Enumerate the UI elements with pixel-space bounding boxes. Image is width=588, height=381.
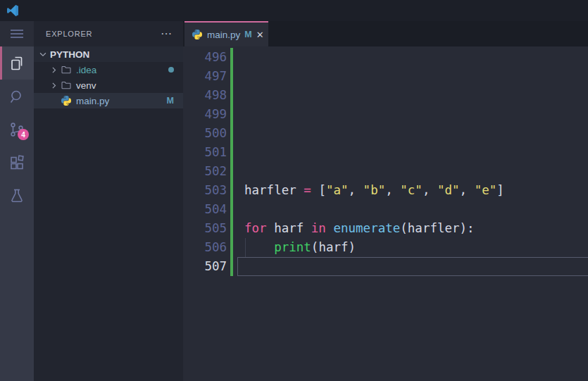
code-text: for harf in enumerate(harfler): xyxy=(227,219,475,238)
title-bar xyxy=(0,0,588,21)
code-text xyxy=(227,162,244,181)
code-line[interactable]: 496 xyxy=(183,48,588,67)
tree-item-venv[interactable]: venv xyxy=(34,77,183,93)
more-actions-icon[interactable]: ⋯ xyxy=(161,30,173,37)
hamburger-icon xyxy=(8,25,25,42)
code-text: harfler = ["a", "b", "c", "d", "e"] xyxy=(227,181,504,200)
explorer-sidebar: EXPLORER ⋯ PYTHON .idea xyxy=(34,21,183,381)
chevron-right-icon xyxy=(48,64,59,75)
code-line[interactable]: 498 xyxy=(183,86,588,105)
code-text xyxy=(227,143,244,162)
code-text xyxy=(227,67,244,86)
tab-label: main.py xyxy=(207,30,240,40)
chevron-down-icon xyxy=(37,49,49,60)
code-editor[interactable]: 496497498499500501502503harfler = ["a", … xyxy=(183,46,588,381)
line-number: 499 xyxy=(183,105,227,124)
activity-bar: 4 xyxy=(0,21,34,381)
folder-icon xyxy=(61,64,72,75)
line-number: 504 xyxy=(183,200,227,219)
vscode-window: 4 xyxy=(0,0,588,381)
tab-bar: main.py M ✕ xyxy=(183,21,588,46)
code-text xyxy=(227,86,244,105)
vscode-logo-icon xyxy=(6,4,19,17)
line-number: 501 xyxy=(183,143,227,162)
extensions-icon xyxy=(8,154,25,171)
modified-dot-badge xyxy=(168,67,174,73)
sidebar-item-search[interactable] xyxy=(0,80,34,113)
search-icon xyxy=(8,88,25,105)
flask-icon xyxy=(8,187,25,204)
tree-item-python-root[interactable]: PYTHON xyxy=(34,46,183,62)
code-line[interactable]: 505for harf in enumerate(harfler): xyxy=(183,219,588,238)
sidebar-item-extensions[interactable] xyxy=(0,146,34,179)
tab-main-py[interactable]: main.py M ✕ xyxy=(184,21,268,46)
code-line[interactable]: 500 xyxy=(183,124,588,143)
line-number: 496 xyxy=(183,48,227,67)
python-file-icon xyxy=(61,95,72,106)
tree-item-main-py[interactable]: main.py M xyxy=(34,93,183,108)
line-number: 505 xyxy=(183,219,227,238)
explorer-title: EXPLORER xyxy=(46,30,92,38)
root-folder-label: PYTHON xyxy=(50,49,89,60)
git-modified-badge: M xyxy=(167,96,174,106)
code-line[interactable]: 507 xyxy=(183,257,588,276)
code-line[interactable]: 503harfler = ["a", "b", "c", "d", "e"] xyxy=(183,181,588,200)
files-icon xyxy=(8,55,25,72)
folder-label: venv xyxy=(76,80,96,91)
code-line[interactable]: 502 xyxy=(183,162,588,181)
line-number: 503 xyxy=(183,181,227,200)
editor-group: main.py M ✕ 496497498499500501502503harf… xyxy=(183,21,588,381)
sidebar-item-source-control[interactable]: 4 xyxy=(0,113,34,146)
code-line[interactable]: 499 xyxy=(183,105,588,124)
sidebar-item-testing[interactable] xyxy=(0,179,34,212)
line-number: 502 xyxy=(183,162,227,181)
line-number: 498 xyxy=(183,86,227,105)
line-number: 500 xyxy=(183,124,227,143)
folder-icon xyxy=(61,80,72,91)
code-line[interactable]: 497 xyxy=(183,67,588,86)
source-control-badge: 4 xyxy=(18,129,29,140)
explorer-header: EXPLORER ⋯ xyxy=(34,21,183,46)
folder-label: .idea xyxy=(76,65,96,75)
sidebar-item-explorer[interactable] xyxy=(0,46,34,80)
tab-modified-badge: M xyxy=(244,30,251,39)
code-line[interactable]: 506 print(harf) xyxy=(183,238,588,257)
file-label: main.py xyxy=(76,96,109,106)
code-text xyxy=(227,200,244,219)
code-text xyxy=(227,48,244,67)
code-line[interactable]: 501 xyxy=(183,143,588,162)
line-number: 506 xyxy=(183,238,227,257)
code-lines: 496497498499500501502503harfler = ["a", … xyxy=(183,48,588,276)
menu-button[interactable] xyxy=(0,21,34,46)
chevron-right-icon xyxy=(48,80,59,91)
code-text xyxy=(227,124,244,143)
code-line[interactable]: 504 xyxy=(183,200,588,219)
code-text xyxy=(227,105,244,124)
close-icon[interactable]: ✕ xyxy=(256,30,264,40)
code-text xyxy=(227,257,244,276)
line-number: 497 xyxy=(183,67,227,86)
python-file-icon xyxy=(192,29,203,40)
code-text: print(harf) xyxy=(227,238,356,257)
tree-item-idea[interactable]: .idea xyxy=(34,62,183,77)
line-number: 507 xyxy=(183,257,227,276)
